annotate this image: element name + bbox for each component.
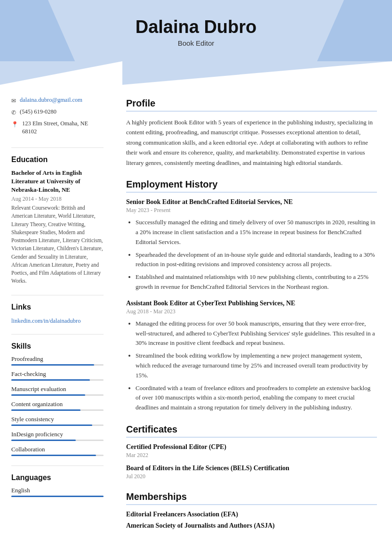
sidebar: ✉ dalaina.dubro@gmail.com ✆ (545) 619-02… — [0, 85, 113, 555]
memberships-list: Editorial Freelancers Association (EFA)A… — [126, 511, 377, 530]
skill-item: InDesign proficiency — [11, 431, 104, 441]
skill-item: Style consistency — [11, 416, 104, 426]
skill-name: Proofreading — [11, 355, 104, 363]
cert-date: Mar 2022 — [126, 452, 377, 459]
language-bar-fill — [11, 496, 104, 497]
certificates-list: Certified Professional Editor (CPE) Mar … — [126, 443, 377, 480]
skill-bar-fill — [11, 394, 85, 396]
job-entry: Assistant Book Editor at CyberText Publi… — [126, 300, 377, 413]
job-bullets: Successfully managed the editing and tim… — [126, 218, 377, 292]
address-text: 123 Elm Street, Omaha, NE 68102 — [22, 120, 104, 136]
main-content: Profile A highly proficient Book Editor … — [113, 85, 392, 555]
edu-description: Relevant Coursework: British and America… — [11, 204, 104, 286]
languages-title: Languages — [11, 473, 104, 482]
location-icon: 📍 — [11, 121, 18, 129]
job-bullet: Managed the editing process for over 50 … — [136, 319, 377, 348]
contact-address: 📍 123 Elm Street, Omaha, NE 68102 — [11, 120, 104, 136]
candidate-title: Book Editor — [9, 39, 383, 47]
skill-item: Fact-checking — [11, 370, 104, 381]
membership-item: Editorial Freelancers Association (EFA) — [126, 511, 377, 518]
job-bullets: Managed the editing process for over 50 … — [126, 319, 377, 413]
memberships-section: Memberships Editorial Freelancers Associ… — [126, 491, 377, 530]
divider-links — [11, 334, 104, 335]
language-bar-bg — [11, 496, 104, 497]
skill-bar-fill — [11, 379, 90, 381]
skill-bar-fill — [11, 440, 76, 441]
skill-item: Manuscript evaluation — [11, 385, 104, 396]
skills-title: Skills — [11, 342, 104, 351]
phone-icon: ✆ — [11, 109, 16, 117]
profile-title: Profile — [126, 98, 377, 112]
candidate-name: Dalaina Dubro — [9, 17, 383, 37]
skill-name: Collaboration — [11, 446, 104, 453]
skill-bar-bg — [11, 455, 104, 456]
languages-list: English — [11, 487, 104, 497]
certificate-entry: Board of Editors in the Life Sciences (B… — [126, 465, 377, 480]
certificate-entry: Certified Professional Editor (CPE) Mar … — [126, 443, 377, 459]
divider-contact — [11, 147, 104, 148]
edu-date: Aug 2014 - May 2018 — [11, 196, 104, 203]
language-name: English — [11, 487, 104, 494]
skills-list: Proofreading Fact-checking Manuscript ev… — [11, 355, 104, 456]
job-bullet: Coordinated with a team of freelance edi… — [136, 384, 377, 413]
skill-bar-fill — [11, 409, 80, 411]
membership-item: American Society of Journalists and Auth… — [126, 522, 377, 530]
job-bullet: Established and maintained relationships… — [136, 272, 377, 292]
skill-name: Manuscript evaluation — [11, 385, 104, 393]
profile-section: Profile A highly proficient Book Editor … — [126, 98, 377, 168]
job-date: Aug 2018 - Mar 2023 — [126, 308, 377, 315]
skill-bar-fill — [11, 364, 94, 366]
skill-name: Fact-checking — [11, 370, 104, 378]
language-item: English — [11, 487, 104, 497]
profile-text: A highly proficient Book Editor with 5 y… — [126, 117, 377, 168]
email-link[interactable]: dalaina.dubro@gmail.com — [20, 96, 82, 105]
page-layout: ✉ dalaina.dubro@gmail.com ✆ (545) 619-02… — [0, 85, 392, 555]
skill-bar-fill — [11, 424, 92, 426]
job-title: Assistant Book Editor at CyberText Publi… — [126, 300, 377, 307]
skills-section: Skills Proofreading Fact-checking Manusc… — [11, 342, 104, 456]
phone-text: (545) 619-0280 — [20, 108, 56, 116]
job-entry: Senior Book Editor at BenchCrafted Edito… — [126, 198, 377, 292]
divider-education — [11, 295, 104, 295]
languages-section: Languages English — [11, 473, 104, 497]
links-title: Links — [11, 303, 104, 311]
skill-name: Content organization — [11, 400, 104, 408]
skill-bar-bg — [11, 424, 104, 426]
job-title: Senior Book Editor at BenchCrafted Edito… — [126, 198, 377, 206]
education-title: Education — [11, 155, 104, 164]
certificates-title: Certificates — [126, 424, 377, 438]
education-section: Education Bachelor of Arts in English Li… — [11, 155, 104, 286]
job-date: May 2023 - Present — [126, 207, 377, 214]
employment-list: Senior Book Editor at BenchCrafted Edito… — [126, 198, 377, 413]
header-decoration — [0, 61, 392, 85]
skill-bar-bg — [11, 440, 104, 441]
email-icon: ✉ — [11, 97, 16, 105]
skill-name: Style consistency — [11, 416, 104, 423]
cert-title: Certified Professional Editor (CPE) — [126, 443, 377, 451]
contact-list: ✉ dalaina.dubro@gmail.com ✆ (545) 619-02… — [11, 96, 104, 136]
skill-item: Collaboration — [11, 446, 104, 456]
skill-item: Content organization — [11, 400, 104, 411]
certificates-section: Certificates Certified Professional Edit… — [126, 424, 377, 480]
cert-title: Board of Editors in the Life Sciences (B… — [126, 465, 377, 472]
links-section: Links linkedin.com/in/dalainadubro — [11, 303, 104, 325]
job-bullet: Successfully managed the editing and tim… — [136, 218, 377, 247]
contact-email: ✉ dalaina.dubro@gmail.com — [11, 96, 104, 105]
skill-name: InDesign proficiency — [11, 431, 104, 438]
linkedin-link[interactable]: linkedin.com/in/dalainadubro — [11, 318, 81, 324]
edu-degree: Bachelor of Arts in English Literature a… — [11, 169, 104, 195]
skill-bar-bg — [11, 364, 104, 366]
job-bullet: Streamlined the book editing workflow by… — [136, 351, 377, 380]
skill-bar-bg — [11, 394, 104, 396]
employment-section: Employment History Senior Book Editor at… — [126, 179, 377, 413]
contact-phone: ✆ (545) 619-0280 — [11, 108, 104, 117]
skill-item: Proofreading — [11, 355, 104, 366]
skill-bar-bg — [11, 379, 104, 381]
employment-title: Employment History — [126, 179, 377, 193]
divider-skills — [11, 465, 104, 466]
resume-header: Dalaina Dubro Book Editor — [0, 0, 392, 61]
memberships-title: Memberships — [126, 491, 377, 505]
cert-date: Jul 2020 — [126, 473, 377, 480]
skill-bar-bg — [11, 409, 104, 411]
job-bullet: Spearheaded the development of an in-hou… — [136, 250, 377, 270]
